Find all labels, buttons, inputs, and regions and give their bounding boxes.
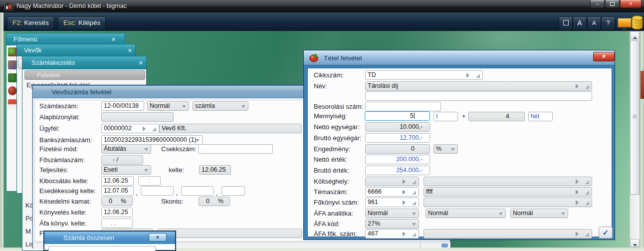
scroll-up-button[interactable]	[630, 31, 640, 39]
fomenu-icon-5[interactable]	[8, 99, 17, 108]
netto-egysegar-field[interactable]: 10.000,-	[365, 122, 430, 132]
alapbizonylat-input[interactable]	[101, 112, 174, 122]
kibocsatas-input[interactable]: 12.06.25	[101, 176, 134, 186]
nev-field[interactable]: Tárolási díj	[365, 81, 592, 91]
szamlakezeles-close-icon[interactable]: ×	[139, 59, 143, 66]
brutto-egysegar-label: Bruttó egységár:	[314, 134, 361, 142]
fomenu-icon-3[interactable]	[8, 73, 17, 82]
afa-analitika-select-2[interactable]: Normál	[426, 209, 506, 218]
csekkszam-input[interactable]	[198, 144, 273, 154]
koltseghely-browse[interactable]	[365, 177, 419, 186]
cikkszam-browse[interactable]: TD	[365, 70, 483, 80]
minimize-button[interactable]: –	[590, 0, 605, 8]
fomenu-icon-4[interactable]	[8, 86, 17, 95]
multiply-sign: *	[462, 113, 465, 121]
monitor-icon[interactable]	[617, 17, 632, 30]
ugyfel-name-field[interactable]: Vevő Kft.	[159, 124, 302, 133]
arrow-down-icon	[633, 244, 637, 247]
szamlaszam-input[interactable]: 12-00/00138	[101, 101, 144, 111]
close-button[interactable]: ×	[620, 0, 642, 8]
brutto-ertek-field[interactable]: 254.000,-	[365, 166, 430, 175]
mennyiseg-input[interactable]: 5	[365, 111, 430, 121]
shortcut-kereses[interactable]: F2: Keresés	[7, 16, 54, 30]
invoice-type1-select[interactable]: Normál	[147, 101, 189, 111]
afa-analitika-value-2: Normál	[428, 210, 448, 217]
confirm-button[interactable]: ✓	[599, 227, 613, 239]
esedekesseg-input-1[interactable]: 12.07.05	[101, 186, 134, 196]
engedmeny-unit-select[interactable]: %	[433, 144, 458, 154]
resize-corner-icon	[585, 201, 589, 205]
fokonyvi-name-field[interactable]	[424, 198, 592, 207]
afa-fok-browse[interactable]: 467	[365, 229, 419, 239]
engedmeny-input[interactable]: 0	[365, 144, 430, 154]
font-smaller-button[interactable]: A	[587, 16, 601, 30]
teljesites-kelte-input[interactable]: 12.06.25	[199, 165, 231, 175]
total-close-button[interactable]: ×	[149, 233, 167, 242]
netto-ertek-field[interactable]: 200.000,-	[365, 155, 430, 164]
konyveles-input[interactable]: 12.06.25	[101, 208, 133, 217]
menu-item-partial-3[interactable]: M	[25, 228, 31, 235]
bankszamlaszam-label: Bankszámlaszám:	[39, 136, 92, 144]
brutto-egysegar-field[interactable]: 12.700,-	[365, 133, 430, 143]
afa-kod-value: 27%	[368, 220, 380, 227]
fomenu-icon-1[interactable]	[8, 47, 17, 56]
vevok-close-icon[interactable]: ×	[128, 46, 132, 54]
skonto-input[interactable]: 0 %	[199, 197, 230, 206]
fomenu-title: Főmenü	[13, 35, 37, 43]
alapbizonylat-label: Alapbizonylat:	[39, 113, 80, 121]
window-mode-button[interactable]	[559, 16, 573, 30]
esedekesseg-input-2[interactable]	[141, 186, 174, 196]
titlebar[interactable]: Nagy Machinátor - Demó kötet - bigmac – …	[0, 0, 644, 12]
shortcut-kilepes[interactable]: Esc: Kilépés	[58, 16, 106, 30]
temaszam-name-value: ffff	[426, 188, 432, 195]
temaszam-browse[interactable]: 6666	[365, 187, 419, 197]
afa-kod-select[interactable]: 27%	[365, 219, 419, 229]
szamlakezeles-title: Számlakezelés	[31, 59, 75, 66]
afa-analitika-select-1[interactable]: Normál	[365, 209, 419, 218]
database-icon[interactable]	[632, 15, 643, 31]
afa-analitika-value-1: Normál	[368, 210, 388, 217]
browse-arrow-icon	[403, 200, 406, 205]
szamlakezeles-titlebar[interactable]: Számlakezelés ×	[22, 56, 146, 69]
separator-comma: ,	[136, 189, 138, 197]
horizontal-scrollbar-thumb[interactable]	[441, 244, 448, 248]
koltseghely-name-field[interactable]	[424, 177, 592, 186]
item-close-button[interactable]: ×	[593, 52, 615, 61]
nev-field-2[interactable]	[365, 91, 592, 101]
temaszam-name-field[interactable]: ffff	[424, 187, 592, 197]
kesedelmi-input[interactable]: 0 %	[101, 197, 133, 206]
afa-fok-name-field[interactable]	[424, 229, 592, 239]
item-titlebar[interactable]: Tétel felvétel ×	[304, 50, 615, 65]
unit2-field[interactable]: hét	[528, 112, 553, 121]
fizetesi-mod-select[interactable]: Átutalás	[101, 144, 151, 154]
bankszamlaszam-select[interactable]: 102002322931539600000000 (1)	[101, 135, 203, 145]
scroll-down-button[interactable]	[630, 239, 640, 247]
fokonyvi-name-field[interactable]	[158, 229, 302, 238]
total-field[interactable]	[48, 246, 156, 251]
maximize-button[interactable]	[605, 0, 620, 8]
menu-item-felvetel[interactable]: Felvétel	[24, 70, 145, 80]
esedekesseg-input-3[interactable]	[181, 186, 214, 196]
fomenu-icon-2[interactable]	[8, 60, 17, 69]
help-button[interactable]: ?	[601, 16, 615, 30]
teljesites-select[interactable]: Eseti	[101, 165, 151, 175]
vevok-titlebar[interactable]: Vevők ×	[17, 44, 135, 56]
fokonyvi-szam-browse[interactable]: 961	[365, 198, 419, 207]
unit1-field[interactable]: t	[433, 112, 458, 121]
ugyfel-code-browse[interactable]: 00000002	[101, 124, 159, 133]
font-larger-button[interactable]: A	[573, 16, 587, 30]
afa-analitika-select-3[interactable]: Normál	[510, 209, 568, 218]
fomenu-close-icon[interactable]: ×	[111, 35, 116, 43]
scrollbar-thumb[interactable]	[630, 40, 640, 195]
fizetesi-mod-value: Átutalás	[104, 145, 126, 152]
qty2-field[interactable]: 4	[468, 112, 525, 121]
kibocsatas-time-input[interactable]: :	[138, 176, 161, 186]
invoice-type2-select[interactable]: számla	[193, 101, 248, 111]
app-icon	[4, 2, 13, 10]
brutto-ertek-label: Bruttó érték:	[314, 167, 349, 174]
foszamlaszam-input[interactable]: - /	[101, 155, 143, 165]
total-titlebar[interactable]: Számla összesen ×	[44, 232, 175, 244]
besorolasi-input[interactable]	[365, 102, 441, 111]
afa-konyv-input[interactable]: . .	[101, 219, 133, 228]
esedekesseg-input-4[interactable]	[221, 186, 245, 196]
